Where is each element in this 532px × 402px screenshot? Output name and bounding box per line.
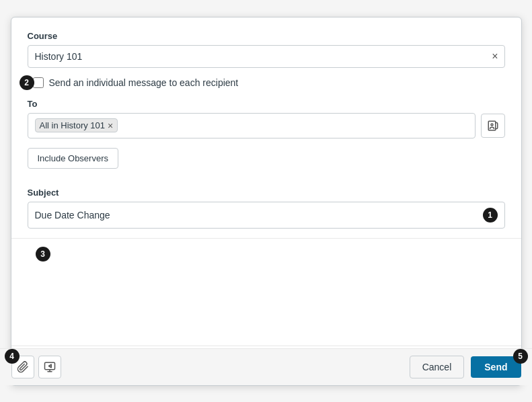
- course-input-wrapper: ×: [28, 45, 505, 68]
- course-field: Course ×: [28, 31, 505, 68]
- step4-badge: 4: [5, 349, 20, 364]
- step5-badge: 5: [513, 349, 528, 364]
- step1-badge: 1: [483, 208, 498, 223]
- course-input[interactable]: [28, 45, 505, 68]
- step3-badge-wrapper: 3: [36, 247, 50, 262]
- message-area-container: 3: [11, 239, 521, 348]
- to-tag-label: All in History 101: [40, 120, 106, 130]
- message-textarea[interactable]: [11, 239, 521, 346]
- individual-message-row: 2 Send an individual message to each rec…: [28, 77, 505, 88]
- media-button[interactable]: [38, 356, 61, 378]
- individual-message-checkbox[interactable]: [33, 77, 44, 88]
- svg-point-1: [491, 124, 493, 126]
- individual-message-label: Send an individual message to each recip…: [49, 77, 239, 88]
- toolbar: 4 5 Cance: [0, 348, 532, 385]
- media-icon: [44, 361, 56, 373]
- address-book-button[interactable]: [481, 114, 505, 138]
- subject-input-wrapper: Due Date Change 1: [28, 202, 505, 229]
- subject-value: Due Date Change: [35, 210, 479, 220]
- to-label: To: [28, 99, 505, 109]
- toolbar-left: 4: [11, 356, 61, 378]
- include-observers-wrapper: Include Observers: [28, 148, 505, 178]
- step2-badge: 2: [20, 75, 34, 90]
- address-book-icon: [487, 120, 499, 132]
- message-area-wrapper: 3 4: [11, 238, 521, 385]
- to-field: To All in History 101 ×: [28, 99, 505, 138]
- course-label: Course: [28, 31, 505, 41]
- subject-field: Subject Due Date Change 1: [28, 188, 505, 229]
- toolbar-right: 5 Cancel Send: [410, 356, 521, 378]
- include-observers-button[interactable]: Include Observers: [28, 148, 119, 169]
- cancel-button[interactable]: Cancel: [410, 356, 465, 378]
- svg-rect-2: [44, 362, 54, 370]
- compose-message-modal: Course × 2 Send an individual message to…: [11, 17, 522, 386]
- to-tag-remove-button[interactable]: ×: [108, 121, 113, 130]
- to-tag: All in History 101 ×: [35, 118, 118, 132]
- to-input-area[interactable]: All in History 101 ×: [28, 113, 476, 138]
- step3-badge: 3: [36, 247, 50, 262]
- to-row: All in History 101 ×: [28, 113, 505, 138]
- course-clear-button[interactable]: ×: [492, 51, 498, 62]
- subject-label: Subject: [28, 188, 505, 198]
